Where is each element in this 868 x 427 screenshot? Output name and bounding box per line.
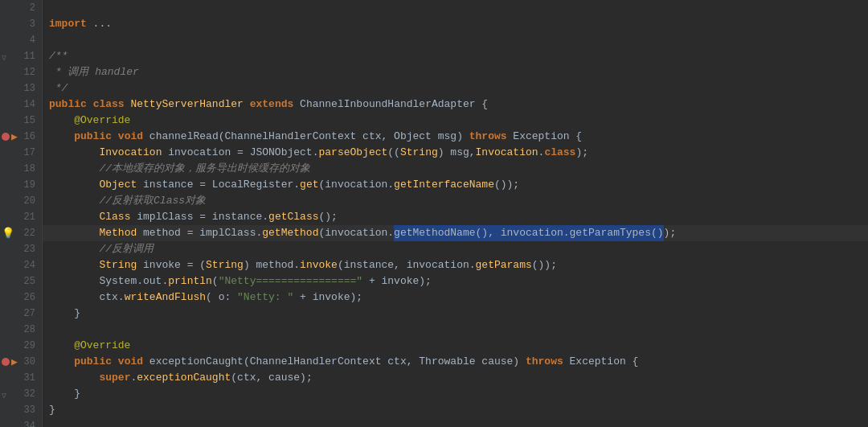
highlighted-selection: getMethodName(), invocation.getParamType… <box>394 225 663 241</box>
line-number-15: 15 <box>0 113 42 129</box>
code-editor: 234▽1112131415▶161718192021💡222324252627… <box>0 0 868 427</box>
code-line-14: public class NettyServerHandler extends … <box>43 96 868 113</box>
line-number-25: 25 <box>0 273 42 289</box>
line-number-23: 23 <box>0 241 42 257</box>
code-line-26: ctx.writeAndFlush( o: "Netty: " + invoke… <box>43 289 868 306</box>
code-line-18: //本地缓存的对象，服务导出时候缓存的对象 <box>43 161 868 177</box>
code-line-24: String invoke = (String) method.invoke(i… <box>43 257 868 273</box>
line-number-12: 12 <box>0 64 42 80</box>
line-number-19: 19 <box>0 177 42 193</box>
line-number-13: 13 <box>0 80 42 96</box>
line-number-27: 27 <box>0 306 42 322</box>
code-line-2 <box>43 0 868 16</box>
code-line-27: } <box>43 306 868 322</box>
line-number-30: ▶30 <box>0 354 42 370</box>
line-number-14: 14 <box>0 96 42 113</box>
code-line-11: /** <box>43 48 868 64</box>
code-line-19: Object instance = LocalRegister.get(invo… <box>43 177 868 193</box>
line-number-33: 33 <box>0 402 42 418</box>
code-line-20: //反射获取Class对象 <box>43 193 868 209</box>
line-number-28: 28 <box>0 322 42 338</box>
breakpoint-icon[interactable] <box>2 358 10 366</box>
line-number-16: ▶16 <box>0 129 42 145</box>
current-line-arrow-icon: ▶ <box>11 355 18 371</box>
code-line-12: * 调用 handler <box>43 64 868 80</box>
code-line-16: public void channelRead(ChannelHandlerCo… <box>43 129 868 145</box>
line-number-26: 26 <box>0 289 42 306</box>
line-number-20: 20 <box>0 193 42 209</box>
code-line-32: } <box>43 386 868 402</box>
code-line-22: Method method = implClass.getMethod(invo… <box>43 225 868 241</box>
line-number-22: 💡22 <box>0 225 42 241</box>
line-number-24: 24 <box>0 257 42 273</box>
code-line-3: import ... <box>43 16 868 32</box>
code-line-23: //反射调用 <box>43 241 868 257</box>
line-number-17: 17 <box>0 145 42 161</box>
code-line-13: */ <box>43 80 868 96</box>
line-number-34: 34 <box>0 418 42 427</box>
line-number-2: 2 <box>0 0 42 16</box>
code-line-21: Class implClass = instance.getClass(); <box>43 209 868 225</box>
code-line-15: @Override <box>43 113 868 129</box>
line-number-11: ▽11 <box>0 48 42 64</box>
line-number-29: 29 <box>0 338 42 354</box>
code-line-33: } <box>43 402 868 418</box>
line-number-31: 31 <box>0 370 42 386</box>
line-number-32: ▽32 <box>0 386 42 402</box>
line-number-21: 21 <box>0 209 42 225</box>
code-line-29: @Override <box>43 338 868 354</box>
line-number-4: 4 <box>0 32 42 48</box>
code-line-17: Invocation invocation = JSONObject.parse… <box>43 145 868 161</box>
code-line-30: public void exceptionCaught(ChannelHandl… <box>43 354 868 370</box>
code-content[interactable]: import .../** * 调用 handler */public clas… <box>43 0 868 427</box>
current-line-arrow-icon: ▶ <box>11 129 18 146</box>
code-line-31: super.exceptionCaught(ctx, cause); <box>43 370 868 386</box>
code-line-34 <box>43 418 868 427</box>
line-numbers: 234▽1112131415▶161718192021💡222324252627… <box>0 0 43 427</box>
code-line-25: System.out.println("Netty===============… <box>43 273 868 289</box>
code-line-4 <box>43 32 868 48</box>
line-number-3: 3 <box>0 16 42 32</box>
bulb-icon[interactable]: 💡 <box>2 226 14 242</box>
code-line-28 <box>43 322 868 338</box>
breakpoint-icon[interactable] <box>2 133 10 141</box>
line-number-18: 18 <box>0 161 42 177</box>
